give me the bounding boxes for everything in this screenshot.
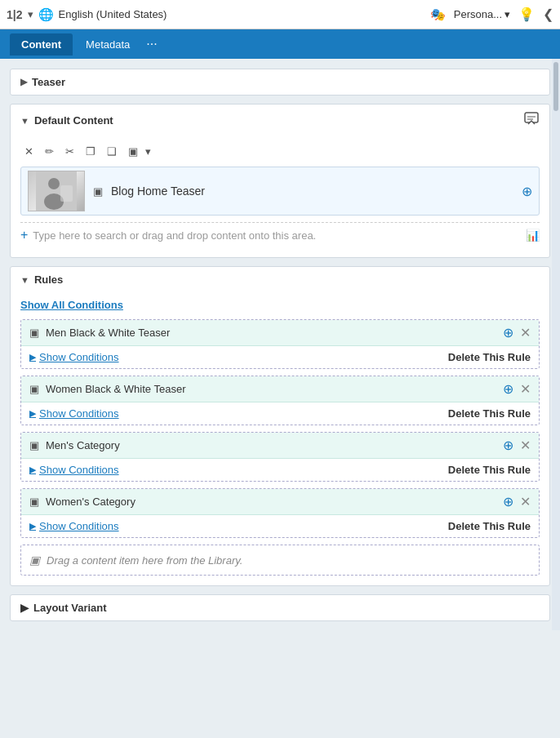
rules-body: Show All Conditions ▣ Men Black & White … [11,292,549,585]
main-content: ▶ Teaser ▼ Default Content [0,59,560,631]
drag-here-text: Drag a content item here from the Librar… [47,554,242,567]
teaser-section: ▶ Teaser [10,69,550,96]
toolbar-copy-btn[interactable]: ❐ [82,143,100,160]
toolbar-paste-btn[interactable]: ❑ [103,143,121,160]
teaser-chevron-icon: ▶ [20,77,27,87]
thumbnail-image [29,171,84,211]
chevron-down-icon[interactable]: ▾ [28,8,33,20]
content-item-globe-icon[interactable]: ⊕ [522,184,532,199]
default-content-body: ✕ ✏ ✂ ❐ ❑ ▣ ▾ [11,136,549,257]
top-bar-right: 🎭 Persona... ▾ 💡 ❮ [430,7,553,22]
show-conditions-1-link[interactable]: ▶ Show Conditions [29,407,119,420]
rule-1-icon: ▣ [29,383,39,395]
show-conditions-2-label: Show Conditions [39,464,119,476]
tab-bar: Content Metadata ··· [0,29,560,59]
default-content-header[interactable]: ▼ Default Content [11,104,549,136]
svg-point-4 [48,178,60,189]
drag-here-icon: ▣ [29,554,40,567]
toolbar-close-btn[interactable]: ✕ [20,143,38,160]
top-bar-left: 1|2 ▾ 🌐 English (United States) [7,7,167,22]
content-thumbnail [28,171,85,211]
add-stats-icon: 📊 [526,229,540,242]
rule-0-close-icon[interactable]: ✕ [520,325,531,340]
rule-item-0: ▣ Men Black & White Teaser ⊕ ✕ [21,320,539,346]
show-conditions-3-label: Show Conditions [39,520,119,532]
rule-footer-1: ▶ Show Conditions Delete This Rule [21,402,539,425]
rule-item-2: ▣ Men's Category ⊕ ✕ [21,433,539,459]
conditions-chevron-0-icon: ▶ [29,352,36,362]
delete-rule-3-button[interactable]: Delete This Rule [448,520,531,532]
rule-0-globe-icon[interactable]: ⊕ [503,325,513,340]
persona-button[interactable]: Persona... ▾ [454,8,510,20]
content-item-icon: ▣ [93,185,103,198]
layout-variant-title: Layout Variant [33,602,107,614]
rule-item-3: ▣ Women's Category ⊕ ✕ [21,489,539,515]
add-content-area[interactable]: + Type here to search or drag and drop c… [20,222,540,247]
show-conditions-0-link[interactable]: ▶ Show Conditions [29,351,119,363]
persona-icon: 🎭 [430,7,446,22]
rule-3-name: Women's Category [46,496,496,508]
rule-block-1: ▣ Women Black & White Teaser ⊕ ✕ ▶ Show … [20,376,540,425]
pages-icon[interactable]: 1|2 [7,8,23,21]
rule-3-icon: ▣ [29,496,39,508]
show-conditions-0-label: Show Conditions [39,351,119,363]
toolbar-cut-btn[interactable]: ✂ [61,143,78,160]
rule-1-close-icon[interactable]: ✕ [520,381,531,397]
show-all-conditions-link[interactable]: Show All Conditions [20,299,540,311]
lightbulb-icon[interactable]: 💡 [518,7,535,22]
scrollbar-thumb[interactable] [553,62,558,111]
svg-rect-6 [60,185,73,202]
delete-rule-2-button[interactable]: Delete This Rule [448,464,531,476]
show-conditions-3-link[interactable]: ▶ Show Conditions [29,520,119,532]
tab-metadata[interactable]: Metadata [74,33,141,56]
globe-icon: 🌐 [38,7,54,22]
tab-more[interactable]: ··· [146,37,157,51]
layout-variant-header[interactable]: ▶ Layout Variant [11,595,549,620]
rule-3-globe-icon[interactable]: ⊕ [503,494,513,509]
rules-title: Rules [34,273,63,286]
layout-variant-section: ▶ Layout Variant [10,594,550,621]
toolbar-component-btn[interactable]: ▣ [124,143,142,160]
toolbar-dropdown[interactable]: ▾ [145,145,151,158]
rule-footer-2: ▶ Show Conditions Delete This Rule [21,459,539,481]
rules-section-header[interactable]: ▼ Rules [11,267,549,292]
default-content-title: Default Content [34,114,113,127]
rule-2-name: Men's Category [46,439,496,451]
rules-section: ▼ Rules Show All Conditions ▣ Men Black … [10,266,550,586]
show-conditions-1-label: Show Conditions [39,407,119,420]
content-item-name: Blog Home Teaser [111,184,513,198]
delete-rule-1-button[interactable]: Delete This Rule [448,407,531,420]
rule-block-0: ▣ Men Black & White Teaser ⊕ ✕ ▶ Show Co… [20,319,540,369]
teaser-section-header[interactable]: ▶ Teaser [11,69,549,95]
teaser-title: Teaser [32,76,65,88]
layout-chevron-icon: ▶ [20,602,29,614]
dropdown-arrow-icon: ▾ [145,145,151,158]
add-icon: + [20,228,28,242]
content-item: ▣ Blog Home Teaser ⊕ [20,167,540,216]
persona-chevron-icon: ▾ [504,8,510,20]
default-chevron-icon: ▼ [20,116,29,126]
rule-item-1: ▣ Women Black & White Teaser ⊕ ✕ [21,376,539,402]
conditions-chevron-1-icon: ▶ [29,408,36,419]
show-conditions-2-link[interactable]: ▶ Show Conditions [29,464,119,476]
tab-content[interactable]: Content [10,33,73,56]
back-icon[interactable]: ❮ [543,7,553,22]
delete-rule-0-button[interactable]: Delete This Rule [448,351,531,363]
rule-0-name: Men Black & White Teaser [46,327,496,339]
rule-2-close-icon[interactable]: ✕ [520,438,531,453]
chat-icon[interactable] [523,111,540,130]
toolbar-edit-btn[interactable]: ✏ [41,143,58,160]
rule-3-close-icon[interactable]: ✕ [520,494,531,509]
scrollbar-track[interactable] [552,59,560,630]
rule-block-2: ▣ Men's Category ⊕ ✕ ▶ Show Conditions D… [20,432,540,482]
rules-chevron-icon: ▼ [20,275,29,285]
top-bar: 1|2 ▾ 🌐 English (United States) 🎭 Person… [0,0,560,29]
rule-block-3: ▣ Women's Category ⊕ ✕ ▶ Show Conditions… [20,488,540,538]
rule-1-globe-icon[interactable]: ⊕ [503,381,513,397]
default-content-section: ▼ Default Content ✕ ✏ ✂ ❐ [10,104,550,258]
drag-here-area: ▣ Drag a content item here from the Libr… [20,545,540,576]
conditions-chevron-3-icon: ▶ [29,521,36,531]
rule-2-globe-icon[interactable]: ⊕ [503,438,513,453]
language-label: English (United States) [59,8,167,20]
rule-footer-3: ▶ Show Conditions Delete This Rule [21,515,539,537]
